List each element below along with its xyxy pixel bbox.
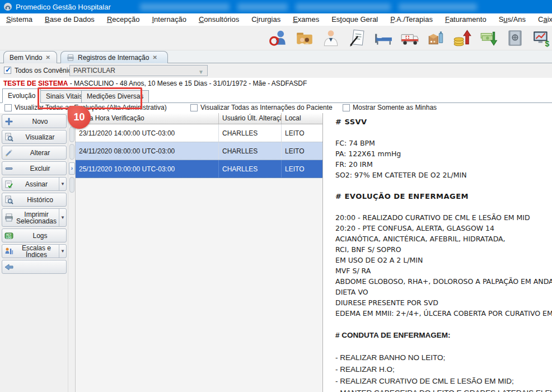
return-icon [4,263,14,272]
menu-cirurgias[interactable]: Cirurgias [245,13,287,26]
menu-caixa[interactable]: Caixa [532,13,552,26]
note-line: - MANTER CABECEIRA DO LEITO E GRADES LAT… [335,387,550,392]
table-row[interactable]: 23/11/2020 14:00:00 UTC-03:00 CHARLLES L… [76,124,322,142]
splitter-grip [69,127,74,142]
convenio-sync-icon[interactable] [269,29,288,48]
evolution-note-panel: # SSVV FC: 74 BPM PA: 122X61 mmHg FR: 20… [322,113,552,392]
menu-estoque-geral[interactable]: Estoque Geral [325,13,384,26]
escalas-dropdown-icon[interactable]: ▼ [59,245,66,258]
tab-medicoes-diversas[interactable]: Medições Diversas [81,90,149,103]
record-tab-strip: Evolução Sinais Vitais Medições Diversas [0,88,552,103]
money-out-icon[interactable] [479,29,498,48]
assinar-dropdown-icon[interactable]: ▼ [59,178,66,190]
note-line: - REALIZAR H.O; [335,363,550,375]
splitter-grip [69,144,74,160]
doctor-icon[interactable] [321,29,340,48]
menu-base-de-dados[interactable]: Base de Dados [39,13,101,26]
main-toolbar: $ [0,26,552,50]
note-line: FC: 74 BPM [335,138,550,148]
visualizar-internacoes-label: Visualizar Todas as Internações do Pacie… [200,104,333,111]
menu-consultorios[interactable]: Consultórios [193,13,245,26]
alterar-button[interactable]: Alterar [2,146,67,160]
svg-text:$: $ [545,39,549,47]
action-sidebar: Novo Visualizar Alterar Excluir Assinar … [0,113,68,392]
print-icon [4,213,14,222]
table-row[interactable]: 24/11/2020 08:00:00 UTC-03:00 CHARLLES L… [76,142,322,160]
retornar-button[interactable] [2,260,67,274]
ambulance-icon[interactable] [400,29,419,48]
edit-icon [4,148,14,157]
column-header-local[interactable]: Local [282,113,322,124]
note-line [335,202,550,212]
note-line [335,319,550,329]
tab-bem-vindo[interactable]: Bem Vindo ✕ [3,51,57,63]
menu-internacao[interactable]: Internação [146,13,192,26]
escalas-indices-button[interactable]: Escalas e Índices ▼ [2,244,67,258]
historico-button[interactable]: Histórico [2,193,67,207]
menu-faturamento[interactable]: Faturamento [439,13,493,26]
note-line: DIETA VO [335,287,550,297]
hospital-bed-icon[interactable] [374,29,393,48]
annotation-step-badge: 10 [68,106,91,129]
column-header-data-hora[interactable]: Data Hora Verificação [76,113,219,124]
history-icon [4,195,14,204]
splitter-grip [69,177,74,193]
table-header-row: Data Hora Verificação Usuário Últ. Alter… [76,113,322,124]
tab-registros-de-internacao[interactable]: Registros de Internação ✕ [60,51,168,63]
menu-exames[interactable]: Exames [287,13,325,26]
visualizar-evolucoes-checkbox[interactable] [4,104,12,111]
imprimir-selecionadas-button[interactable]: Imprimir Selecionadas ▼ [2,208,67,227]
contract-sign-icon[interactable] [348,29,367,48]
sign-icon [4,180,14,189]
money-in-icon[interactable] [453,29,472,48]
tab-evolucao[interactable]: Evolução [2,88,41,103]
expand-chevron-button[interactable]: › [69,162,75,175]
menu-bar: Sistema Base de Dados Recepção Internaçã… [0,13,552,26]
window-title: Promedico Gestão Hospitalar [16,3,111,11]
mostrar-minhas-checkbox[interactable] [343,104,350,111]
todos-convenios-checkbox[interactable] [4,67,11,74]
logs-button[interactable]: ACTLOG Logs [2,228,67,242]
redacted-title-text [296,3,391,11]
patients-folder-icon[interactable] [295,29,314,48]
excluir-button[interactable]: Excluir [2,161,67,175]
menu-recepcao[interactable]: Recepção [101,13,146,26]
finance-chart-icon[interactable]: $ [532,29,551,48]
column-header-usuario[interactable]: Usuário Últ. Alteração [219,113,282,124]
view-icon [4,133,14,142]
scales-icon [4,247,14,256]
note-line: 20:20 - PTE CONFUSA, ALERTA, GLASGOW 14 [335,223,550,234]
note-line: # SSVV [335,116,550,127]
menu-sistema[interactable]: Sistema [0,13,39,26]
patient-details: - MASCULINO - 48 Anos, 10 Meses e 15 Dia… [70,80,307,87]
note-line: # EVOLUÇÃO DE ENFERMAGEM [335,191,550,202]
visualizar-internacoes-checkbox[interactable] [190,104,198,111]
stock-items-icon[interactable] [427,29,446,48]
delete-icon [4,164,14,173]
application-window: Promedico Gestão Hospitalar Sistema Base… [0,0,552,392]
mostrar-minhas-label: Mostrar Somente as Minhas [353,104,437,111]
imprimir-dropdown-icon[interactable]: ▼ [59,209,66,226]
menu-pa-terapias[interactable]: P.A./Terapias [384,13,439,26]
visualizar-button[interactable]: Visualizar [2,130,67,144]
table-row-selected[interactable]: 25/11/2020 10:00:00 UTC-03:00 CHARLLES L… [76,160,322,178]
convenio-value: PARTICULAR [73,67,115,74]
note-line: # CONDUTA DE ENFERMAGEM: [335,329,550,341]
note-line: MVF S/ RA [335,265,550,276]
todos-convenios-label: Todos os Convênios [15,67,75,74]
convenio-select[interactable]: PARTICULAR ▼ [69,65,208,76]
tab-registros-label: Registros de Internação [78,54,149,62]
menu-sus-ans[interactable]: Sus/Ans [493,13,532,26]
assinar-button[interactable]: Assinar ▼ [2,177,67,191]
close-icon[interactable]: ✕ [45,54,50,60]
novo-button[interactable]: Novo [2,114,67,128]
visualizar-evolucoes-label: Visualizar Todas as Evoluções (Alta Admi… [15,104,167,111]
redacted-title-text [399,3,477,11]
note-line: EDEMA EM MMII: 2+/4+, ÚLCERA COBERTA POR… [335,308,550,319]
safe-icon[interactable] [506,29,525,48]
note-line: - REALIZAR CURATIVO DE CML E LESÃO EM MI… [335,375,550,387]
app-logo-icon [3,2,12,11]
note-line: - REALIZAR BANHO NO LEITO; [335,352,550,363]
close-icon[interactable]: ✕ [152,54,157,60]
tab-bem-vindo-label: Bem Vindo [10,54,42,62]
